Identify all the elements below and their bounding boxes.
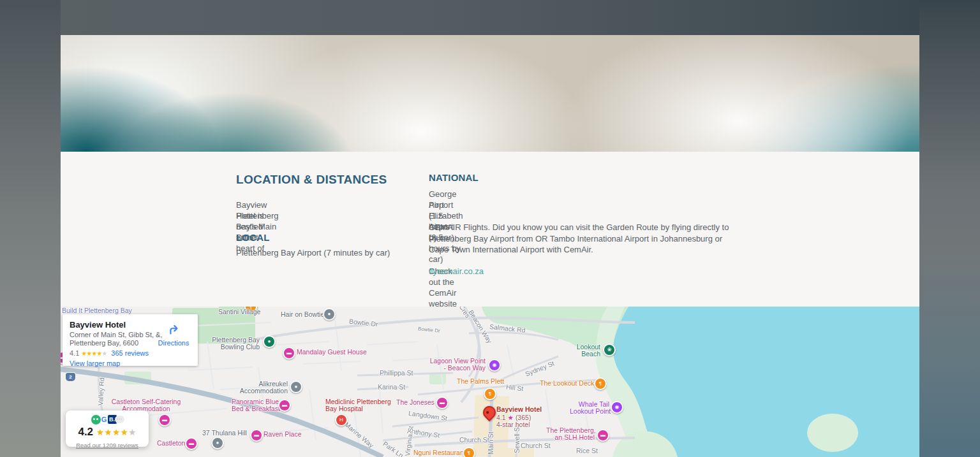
lodging-icon[interactable]: ▬ — [250, 429, 263, 442]
poi-the-lookout-deck[interactable]: The Lookout Deck — [540, 380, 594, 387]
reviews-link[interactable]: 365 reviews — [111, 349, 149, 357]
lodging-icon[interactable]: ▬ — [597, 429, 609, 442]
read-reviews-link[interactable]: Read our 1209 reviews — [76, 442, 138, 449]
badge-rating-value: 4.2 — [78, 426, 93, 438]
poi-whale-tail-lookout[interactable]: Whale Tail Lookout Point — [570, 401, 609, 415]
lodging-icon[interactable]: ▬ — [158, 414, 171, 426]
poi-plettenberg-slh-hotel[interactable]: The Plettenberg, an SLH Hotel — [546, 427, 595, 441]
poi-the-joneses[interactable]: The Joneses — [396, 399, 434, 406]
flycemair-link[interactable]: flycemair.co.za — [429, 266, 484, 277]
poi-castleton[interactable]: Castleton — [157, 440, 185, 447]
n2-route-shield: 2 — [66, 373, 75, 381]
poi-build-it[interactable]: Build It Plettenberg Bay — [62, 307, 132, 314]
local-text: Plettenberg Bay Airport (7 minutes by ca… — [236, 247, 390, 258]
star-icon-empty: ★ — [101, 350, 107, 357]
poi-line: Accommodation — [240, 387, 288, 395]
street-label: Karina St — [378, 384, 405, 391]
backdrop-left — [0, 0, 61, 457]
street-label: Main St — [487, 432, 494, 454]
street-label: Rice St — [576, 447, 598, 454]
directions-icon — [167, 323, 181, 337]
beach-icon[interactable]: ❀ — [603, 344, 616, 356]
street-label: Church St — [521, 442, 551, 449]
poi-line: an SLH Hotel — [555, 433, 595, 441]
street-label: Sewell St — [514, 425, 521, 453]
poi-thulana-hill[interactable]: 37 Thulana Hill — [202, 430, 247, 437]
street-label: Phillippa St — [380, 370, 413, 377]
section-title: LOCATION & DISTANCES — [236, 173, 387, 187]
poi-line: Bay Hospital — [325, 405, 363, 412]
lodging-icon[interactable]: ▬ — [185, 437, 198, 450]
poi-mediclinic-hospital[interactable]: Mediclinic Plettenberg Bay Hospital — [325, 398, 391, 412]
bayview-hotel-map-label[interactable]: Bayview Hotel — [496, 406, 542, 413]
star-icons-filled: ★★★★ — [81, 350, 101, 357]
poi-line: Bowling Club — [221, 343, 260, 351]
lodging-icon[interactable]: ● — [290, 381, 302, 393]
poi-hair-on-bowtie[interactable]: Hair on Bowtie — [281, 311, 324, 318]
reviews-badge: G B. ··· 4.2 ★★★★★ Read our 1209 reviews — [66, 410, 149, 447]
view-larger-map-link[interactable]: View larger map — [70, 359, 120, 367]
more-platforms-icon: ··· — [115, 416, 124, 423]
card-hotel-title: Bayview Hotel — [70, 320, 126, 330]
address-line: Plettenberg Bay, 6600 — [70, 339, 138, 347]
poi-lagoon-view-point[interactable]: Lagoon View Point - Beacon Way — [429, 358, 486, 372]
poi-line: Bed & Breakfast — [232, 405, 280, 412]
lodging-icon[interactable]: ● — [211, 437, 224, 449]
lodging-icon[interactable]: ▬ — [278, 399, 291, 412]
street-label: Valley Rd — [97, 377, 105, 406]
google-map-embed[interactable]: Bowtie Dr Bowtie Dr Cres Beacon Way Salm… — [61, 307, 919, 457]
card-address: Corner of Main St, Gibb St, &, Plettenbe… — [70, 331, 163, 347]
poi-nguni-restaurant[interactable]: Nguni Restaurant — [413, 449, 466, 456]
restaurant-icon[interactable]: ¶ — [594, 377, 607, 390]
location-distances-section: LOCATION & DISTANCES Bayview Hotel is ne… — [61, 152, 919, 307]
hospital-icon[interactable]: H — [335, 414, 348, 426]
badge-stars-filled: ★★★★ — [96, 427, 128, 437]
page-content: LOCATION & DISTANCES Bayview Hotel is ne… — [61, 35, 919, 457]
card-rating-row: 4.1 ★★★★★ 365 reviews — [70, 349, 149, 357]
restaurant-icon[interactable]: ¶ — [484, 388, 496, 400]
backdrop-top — [61, 0, 919, 35]
badge-star-empty: ★ — [128, 427, 137, 437]
poi-line: Lookout Point — [570, 407, 611, 415]
backdrop-right — [919, 0, 980, 457]
poi-panoramic-blue[interactable]: Panoramic Blue Bed & Breakfast — [232, 398, 280, 412]
rating-value: 4.1 — [70, 349, 79, 357]
directions-label: Directions — [158, 339, 189, 347]
local-heading: LOCAL — [236, 232, 270, 243]
address-line: Corner of Main St, Gibb St, &, — [70, 331, 163, 338]
national-heading: NATIONAL — [429, 172, 479, 183]
poi-lookout-beach[interactable]: Lookout Beach — [571, 344, 600, 358]
review-platforms: G B. ··· — [66, 414, 149, 425]
restaurant-icon[interactable]: ¶ — [463, 447, 475, 457]
poi-mandalay-guest-house[interactable]: Mandalay Guest House — [297, 349, 367, 356]
tripadvisor-icon — [91, 414, 101, 425]
cemair-paragraph: CEMAIR Flights. Did you know you can vis… — [429, 222, 739, 256]
street-label: Church St — [459, 437, 489, 444]
bowling-icon[interactable]: ● — [263, 335, 276, 348]
hero-beach-image — [61, 35, 919, 152]
poi-the-palms-plett[interactable]: The Palms Plett — [457, 378, 504, 385]
lodging-icon[interactable]: ▬ — [436, 396, 449, 409]
directions-button[interactable]: Directions — [157, 323, 190, 347]
attraction-icon[interactable]: ◉ — [488, 359, 501, 372]
salon-icon[interactable]: ● — [323, 308, 336, 321]
poi-line: Beach — [581, 350, 600, 358]
poi-santini-village[interactable]: Santini Village — [218, 308, 260, 316]
attraction-icon[interactable]: ◉ — [611, 401, 623, 414]
bayview-hotel-map-type: 4-star hotel — [496, 421, 530, 428]
map-info-card: Bayview Hotel Corner of Main St, Gibb St… — [63, 314, 198, 366]
lodging-icon[interactable]: ▬ — [283, 347, 295, 359]
poi-alikreukel[interactable]: Alikreukel Accommodation — [237, 381, 288, 395]
poi-line: - Beacon Way — [443, 364, 486, 372]
poi-raven-place[interactable]: Raven Place — [264, 431, 302, 438]
badge-score-row: 4.2 ★★★★★ — [66, 426, 149, 439]
